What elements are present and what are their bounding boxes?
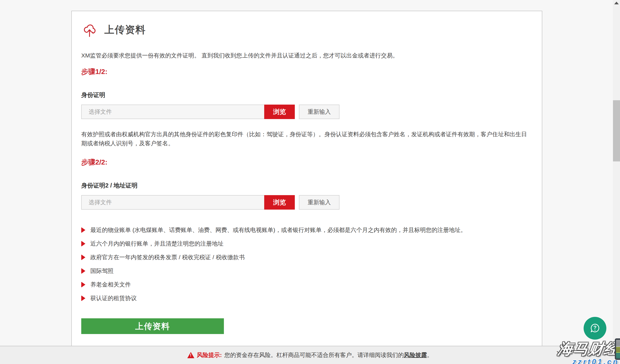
svg-text:?: ? [593, 324, 597, 330]
arrow-bullet-icon [81, 268, 85, 274]
identity-browse-button[interactable]: 浏览 [264, 105, 295, 119]
list-item: 政府官方在一年内签发的税务发票 / 税收完税证 / 税收缴款书 [81, 254, 532, 260]
close-icon[interactable]: × [556, 348, 562, 358]
identity-upload-row: 浏览 重新输入 [81, 105, 532, 119]
risk-warning-content: 风险提示: 您的资金存在风险。杠杆商品可能不适合所有客户。请详细阅读我们的风险披… [187, 351, 433, 359]
address-upload-row: 浏览 重新输入 [81, 195, 532, 210]
identity-reset-button[interactable]: 重新输入 [299, 105, 340, 119]
step-2-heading: 步骤2/2: [81, 157, 532, 167]
address-reset-button[interactable]: 重新输入 [299, 195, 340, 210]
arrow-bullet-icon [81, 255, 85, 260]
identity-file-input[interactable] [81, 105, 264, 119]
arrow-bullet-icon [81, 295, 85, 301]
file-group: 浏览 [81, 195, 295, 210]
risk-label: 风险提示: [197, 351, 222, 359]
list-item: 近六个月内的银行账单，并且清楚注明您的注册地址 [81, 241, 532, 247]
question-speech-bubble-icon: ? [589, 322, 601, 335]
list-item: 最近的物业账单 (水电煤账单、话费账单、油费、网费、或有线电视账单)，或者银行对… [81, 227, 532, 233]
list-item: 国际驾照 [81, 268, 532, 274]
cloud-upload-icon [81, 21, 98, 38]
list-item: 获认证的租赁协议 [81, 295, 532, 301]
list-item: 养老金相关文件 [81, 282, 532, 288]
step-1-heading: 步骤1/2: [81, 67, 532, 76]
risk-text: 您的资金存在风险。杠杆商品可能不适合所有客户。请详细阅读我们的风险披露。 [224, 351, 433, 359]
page-title: 上传资料 [104, 23, 146, 36]
edge-widget-icon[interactable] [615, 338, 620, 360]
scroll-up-arrow-icon[interactable] [614, 2, 619, 4]
risk-warning-bar: 风险提示: 您的资金存在风险。杠杆商品可能不适合所有客户。请详细阅读我们的风险披… [0, 346, 620, 364]
arrow-bullet-icon [81, 241, 85, 247]
upload-card: 上传资料 XM监管必须要求您提供一份有效的文件证明。 直到我们收到您上传的文件并… [71, 11, 542, 350]
address-file-input[interactable] [81, 195, 264, 210]
accepted-documents-list: 最近的物业账单 (水电煤账单、话费账单、油费、网费、或有线电视账单)，或者银行对… [81, 227, 532, 301]
address-proof-label: 身份证明2 / 地址证明 [81, 182, 532, 190]
address-browse-button[interactable]: 浏览 [264, 195, 295, 210]
scrollbar-thumb[interactable] [613, 100, 620, 161]
arrow-bullet-icon [81, 282, 85, 288]
help-chat-button[interactable]: ? [584, 317, 606, 340]
card-header: 上传资料 [81, 21, 532, 38]
identity-proof-description: 有效护照或者由权威机构官方出具的其他身份证件的彩色复印件（比如：驾驶证，身份证等… [81, 130, 532, 148]
identity-proof-label: 身份证明 [81, 91, 532, 99]
file-group: 浏览 [81, 105, 295, 119]
risk-disclosure-link[interactable]: 风险披露 [404, 352, 427, 358]
intro-text: XM监管必须要求您提供一份有效的文件证明。 直到我们收到您上传的文件并且认证通过… [81, 52, 532, 60]
alert-triangle-icon [187, 352, 194, 358]
vertical-scrollbar[interactable] [613, 0, 620, 364]
upload-submit-button[interactable]: 上传资料 [81, 318, 224, 334]
arrow-bullet-icon [81, 227, 85, 233]
